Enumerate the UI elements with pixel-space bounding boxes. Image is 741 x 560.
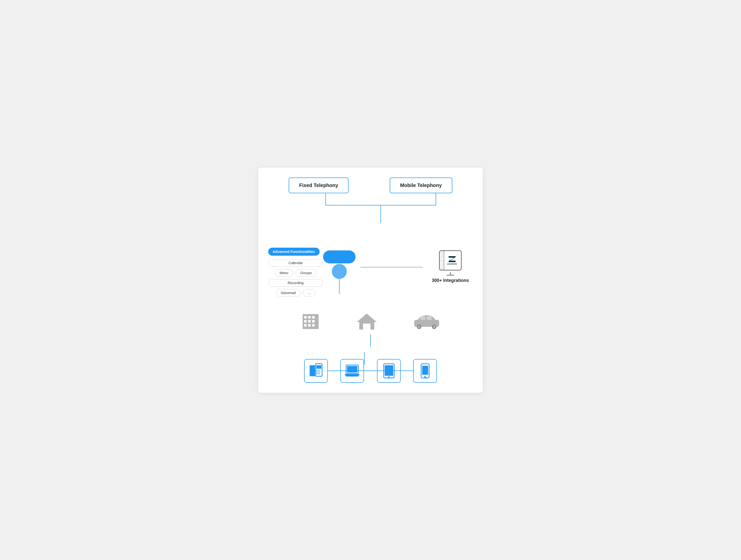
svg-rect-10 <box>312 320 315 323</box>
car-icon <box>413 313 441 330</box>
svg-rect-21 <box>420 316 425 320</box>
svg-rect-13 <box>312 324 315 326</box>
top-connector-svg <box>268 193 473 223</box>
monitor-stand <box>447 272 454 275</box>
svg-point-18 <box>418 325 420 328</box>
device-section <box>268 359 473 383</box>
svg-rect-9 <box>308 320 311 323</box>
svg-rect-30 <box>316 373 318 374</box>
h-connector-line <box>360 267 423 267</box>
svg-rect-28 <box>316 372 318 373</box>
zendesk-logo-area: zendesk <box>447 256 457 265</box>
device-deskphone-box <box>304 359 328 383</box>
zendesk-grid <box>440 251 444 270</box>
center-node <box>323 250 355 294</box>
svg-rect-11 <box>304 324 307 326</box>
advanced-functionalities-panel: Advanced Functionalities Calendar Menu G… <box>268 248 323 297</box>
svg-point-39 <box>425 376 426 377</box>
adv-row-2: Menu Groups <box>268 269 323 276</box>
svg-rect-31 <box>318 373 320 374</box>
zendesk-icon-box: zendesk <box>439 250 462 270</box>
middle-section: Advanced Functionalities Calendar Menu G… <box>268 248 473 297</box>
svg-rect-26 <box>316 370 318 371</box>
svg-rect-15 <box>363 323 370 329</box>
chip-recording: Recording <box>268 279 323 287</box>
svg-rect-6 <box>308 316 311 319</box>
chip-voicemail: Voicemail <box>276 289 300 297</box>
location-car <box>413 313 441 330</box>
advanced-functionalities-badge: Advanced Functionalities <box>268 248 320 256</box>
diagram-container: Fixed Telephony Mobile Telephony Advance… <box>258 168 483 393</box>
integration-box: zendesk 300+ Integrations <box>428 250 473 284</box>
pill-node <box>323 250 355 263</box>
integration-label: 300+ Integrations <box>432 277 469 284</box>
chip-groups: Groups <box>296 269 317 276</box>
svg-rect-33 <box>347 366 357 373</box>
svg-rect-27 <box>318 370 320 371</box>
adv-row-4: Voicemail ... <box>268 289 323 297</box>
home-icon <box>355 312 378 331</box>
svg-rect-23 <box>310 365 315 376</box>
integration-area: zendesk 300+ Integrations <box>355 250 473 284</box>
adv-row-3: Recording <box>268 279 323 287</box>
svg-point-36 <box>389 377 390 378</box>
center-vline-down <box>339 279 340 294</box>
building-icon <box>300 312 321 331</box>
location-home <box>355 312 378 331</box>
adv-row-1: Calendar <box>268 259 323 267</box>
zendesk-z-icon <box>448 256 457 263</box>
top-section: Fixed Telephony Mobile Telephony <box>268 178 473 193</box>
fixed-telephony-box: Fixed Telephony <box>289 178 348 193</box>
chip-more: ... <box>303 289 315 297</box>
chip-menu: Menu <box>275 269 293 276</box>
svg-rect-7 <box>312 316 315 319</box>
zendesk-text: zendesk <box>447 263 457 265</box>
device-mobile-box <box>413 359 437 383</box>
svg-rect-5 <box>304 316 307 319</box>
svg-rect-12 <box>308 324 311 326</box>
center-to-device-vline <box>268 334 473 347</box>
mobile-icon <box>420 363 430 379</box>
location-section <box>268 312 473 331</box>
svg-point-20 <box>433 325 435 328</box>
mobile-telephony-label: Mobile Telephony <box>400 183 442 188</box>
chip-calendar: Calendar <box>268 259 323 267</box>
location-building <box>300 312 321 331</box>
mobile-telephony-box: Mobile Telephony <box>390 178 452 193</box>
svg-rect-25 <box>316 365 321 369</box>
fixed-telephony-label: Fixed Telephony <box>299 183 338 188</box>
svg-rect-38 <box>422 366 428 375</box>
deskphone-icon <box>309 363 323 378</box>
svg-rect-8 <box>304 320 307 323</box>
svg-rect-22 <box>427 316 431 320</box>
circle-node <box>332 264 347 279</box>
svg-rect-29 <box>318 372 320 373</box>
device-h-line <box>338 371 403 371</box>
